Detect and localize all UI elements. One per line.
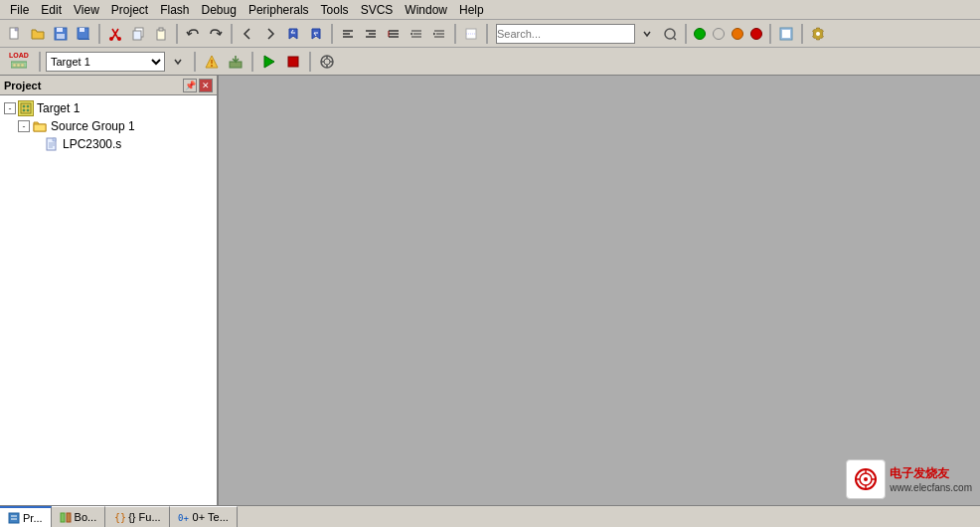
statusbar-tab-functions[interactable]: {} {} Fu... (105, 506, 169, 527)
indent-decrease-button[interactable] (406, 23, 427, 45)
tree-item-lpc2300[interactable]: LPC2300.s (0, 135, 217, 153)
save-button[interactable] (50, 23, 72, 45)
align-button-1[interactable] (337, 23, 359, 45)
stop-debug-button[interactable] (282, 51, 304, 73)
tree-toggle-sourcegroup1[interactable]: - (18, 120, 30, 132)
svg-rect-56 (23, 109, 25, 111)
svg-rect-75 (67, 513, 71, 522)
save-all-button[interactable] (73, 23, 94, 45)
statusbar-tab-project[interactable]: Pr... (0, 506, 52, 527)
toolbar-sep-2 (176, 24, 178, 44)
watermark-text: 电子发烧友 www.elecfans.com (890, 465, 972, 493)
svg-rect-5 (80, 28, 84, 32)
menu-edit[interactable]: Edit (35, 1, 68, 19)
books-tab-icon (60, 511, 72, 523)
svg-point-9 (109, 37, 113, 41)
statusbar-tab-templates[interactable]: 0+ 0+ Te... (170, 506, 238, 527)
svg-rect-2 (57, 28, 63, 32)
whitespace-button[interactable] (460, 23, 482, 45)
window-options-button[interactable] (775, 23, 797, 45)
search-dropdown-button[interactable] (636, 23, 658, 45)
build-target-button[interactable] (201, 51, 223, 73)
project-tree: - Target 1 - Source Group 1 LP (0, 95, 217, 505)
toolbar-main (0, 20, 980, 48)
menu-file[interactable]: File (4, 1, 35, 19)
toolbar-sep-7 (685, 24, 687, 44)
asm-file-icon (44, 136, 60, 152)
open-file-button[interactable] (27, 23, 49, 45)
toolbar-sep-3 (231, 24, 233, 44)
functions-tab-icon: {} (113, 511, 125, 523)
svg-point-43 (211, 65, 213, 67)
toolbar-sep-9 (801, 24, 803, 44)
project-panel-title: Project (4, 80, 41, 91)
tree-item-sourcegroup1[interactable]: - Source Group 1 (0, 117, 217, 135)
redo-button[interactable] (205, 23, 227, 45)
svg-point-66 (864, 477, 868, 481)
find-next-button[interactable] (259, 23, 281, 45)
templates-tab-label: 0+ Te... (193, 511, 229, 523)
settings-button[interactable] (807, 23, 829, 45)
svg-rect-40 (17, 64, 20, 67)
bookmark-prev-button[interactable] (282, 23, 304, 45)
indent-increase-button[interactable] (428, 23, 450, 45)
statusbar-tab-books[interactable]: Bo... (52, 506, 106, 527)
pin-button[interactable]: 📌 (183, 79, 197, 92)
align-button-2[interactable] (360, 23, 382, 45)
align-button-3[interactable] (383, 23, 405, 45)
toolbar-sep-8 (769, 24, 771, 44)
load-target-button[interactable] (225, 51, 246, 73)
target-icon (18, 100, 34, 116)
cut-button[interactable] (104, 23, 126, 45)
menu-svcs[interactable]: SVCS (355, 1, 400, 19)
toolbar-sep-5 (454, 24, 456, 44)
svg-line-34 (674, 38, 676, 40)
svg-rect-41 (21, 64, 24, 67)
paste-button[interactable] (150, 23, 172, 45)
target-dropdown-button[interactable] (167, 51, 189, 73)
menu-tools[interactable]: Tools (315, 1, 355, 19)
watermark-line2: www.elecfans.com (890, 482, 972, 493)
svg-rect-14 (159, 28, 163, 31)
undo-button[interactable] (182, 23, 204, 45)
find-prev-button[interactable] (237, 23, 258, 45)
start-debug-button[interactable] (258, 51, 280, 73)
svg-point-37 (816, 32, 820, 36)
menu-flash[interactable]: Flash (154, 1, 195, 19)
bookmark-next-button[interactable] (305, 23, 327, 45)
close-panel-button[interactable]: ✕ (199, 79, 213, 92)
new-file-button[interactable] (4, 23, 26, 45)
menu-project[interactable]: Project (105, 1, 154, 19)
books-tab-label: Bo... (75, 511, 97, 523)
watermark-line1: 电子发烧友 (890, 465, 949, 482)
target-select[interactable]: Target 1 (46, 52, 165, 72)
circle-orange-button[interactable] (729, 23, 746, 45)
svg-text:{}: {} (114, 512, 125, 523)
menu-help[interactable]: Help (453, 1, 490, 19)
copy-button[interactable] (127, 23, 149, 45)
tree-toggle-target1[interactable]: - (4, 102, 16, 114)
main-layout: Project 📌 ✕ - Target 1 - Source Gr (0, 76, 980, 505)
menu-peripherals[interactable]: Peripherals (243, 1, 315, 19)
toolbar2-sep-1 (39, 52, 41, 72)
functions-tab-label: {} Fu... (128, 511, 160, 523)
circle-1-button[interactable] (710, 23, 728, 45)
toolbar2-sep-4 (309, 52, 311, 72)
svg-rect-36 (782, 30, 790, 38)
menu-debug[interactable]: Debug (196, 1, 243, 19)
view-options-button[interactable] (316, 51, 338, 73)
search-input[interactable] (496, 24, 635, 44)
svg-text:0+: 0+ (178, 513, 189, 523)
svg-rect-3 (57, 34, 65, 39)
circle-red-button[interactable] (747, 23, 765, 45)
tree-item-target1[interactable]: - Target 1 (0, 99, 217, 117)
menu-window[interactable]: Window (399, 1, 453, 19)
search-options-button[interactable] (659, 23, 681, 45)
panel-header-buttons: 📌 ✕ (183, 79, 213, 92)
svg-marker-45 (264, 56, 274, 68)
load-icon-button[interactable]: LOAD (4, 51, 34, 73)
project-tab-icon (8, 512, 20, 524)
circle-green-button[interactable] (691, 23, 709, 45)
menu-view[interactable]: View (68, 1, 105, 19)
svg-point-48 (324, 59, 330, 65)
